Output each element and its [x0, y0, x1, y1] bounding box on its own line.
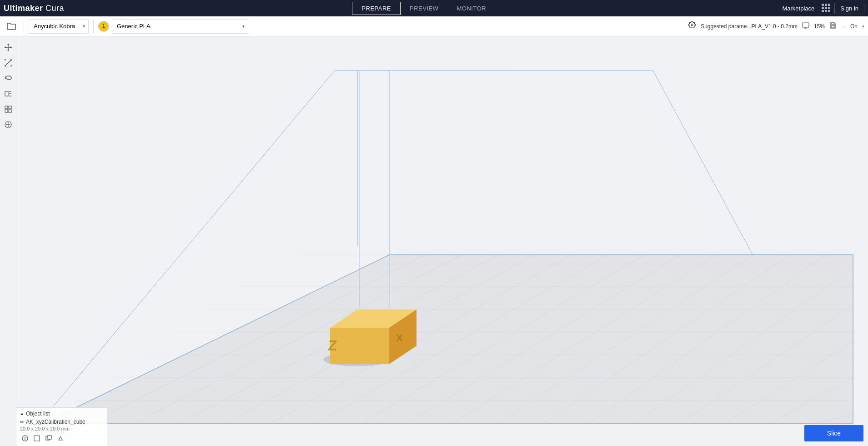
infill-percent: 15% [814, 23, 825, 30]
svg-marker-11 [10, 46, 12, 48]
main-area: Z X ▲ Object list ✏ AK_xyzCalibration_cu… [0, 36, 868, 446]
svg-rect-13 [5, 91, 8, 96]
on-toggle-button[interactable]: On [848, 22, 859, 30]
svg-rect-19 [5, 110, 8, 112]
svg-line-12 [5, 60, 11, 66]
svg-marker-9 [7, 50, 9, 51]
toolbar2: Anycubic Kobra ▾ 1 Generic PLA ▾ Suggest… [0, 16, 868, 36]
object-list-collapse-icon: ▲ [20, 411, 24, 416]
object-name: AK_xyzCalibration_cube [26, 419, 85, 425]
scene-svg: Z X [16, 36, 868, 446]
settings-button[interactable] [686, 20, 698, 33]
object-list-header[interactable]: ▲ Object list [20, 411, 104, 417]
svg-rect-17 [5, 106, 8, 109]
obj-icon-2[interactable] [32, 433, 42, 443]
screen-icon-button[interactable] [800, 20, 811, 32]
separator2 [93, 20, 94, 33]
tab-prepare[interactable]: PREPARE [352, 2, 401, 15]
printer-select-wrapper[interactable]: Anycubic Kobra ▾ [29, 19, 89, 34]
topbar: Ultimaker Cura PREPARE PREVIEW MONITOR M… [0, 0, 868, 16]
object-icons [20, 433, 104, 443]
brand-name: Ultimaker [4, 4, 43, 13]
tab-preview[interactable]: PREVIEW [401, 2, 447, 15]
move-tool[interactable] [2, 41, 15, 54]
svg-rect-18 [9, 106, 11, 109]
svg-rect-73 [48, 436, 51, 439]
tab-monitor[interactable]: MONITOR [448, 2, 496, 15]
app-logo: Ultimaker Cura [4, 4, 64, 13]
svg-point-0 [691, 24, 693, 26]
support-tool[interactable] [2, 118, 15, 131]
trim-tool[interactable] [2, 87, 15, 100]
material-badge: 1 [98, 21, 109, 32]
apps-grid-icon[interactable] [822, 4, 831, 13]
open-folder-button[interactable] [4, 19, 19, 34]
svg-marker-8 [7, 43, 9, 45]
svg-text:X: X [396, 332, 403, 344]
svg-text:Z: Z [327, 337, 338, 354]
product-name2: Cura [45, 4, 64, 13]
left-toolbar [0, 36, 16, 446]
merge-tool[interactable] [2, 103, 15, 116]
marketplace-button[interactable]: Marketplace [778, 3, 818, 14]
edit-icon: ✏ [20, 419, 24, 425]
svg-marker-62 [330, 328, 389, 364]
object-list-title: Object list [26, 411, 50, 417]
object-list-item[interactable]: ✏ AK_xyzCalibration_cube [20, 419, 104, 425]
obj-icon-4[interactable] [55, 433, 65, 443]
profile-label: Suggested parame...PLA_V1.0 - 0.2mm [701, 23, 798, 30]
viewport[interactable]: Z X ▲ Object list ✏ AK_xyzCalibration_cu… [16, 36, 868, 446]
undo-tool[interactable] [2, 72, 15, 85]
obj-icon-3[interactable] [44, 433, 54, 443]
svg-rect-5 [831, 25, 835, 28]
nav-tabs: PREPARE PREVIEW MONITOR [72, 2, 775, 15]
more-options-label: ... [841, 23, 846, 30]
svg-rect-20 [9, 110, 11, 112]
separator [24, 20, 24, 33]
signin-button[interactable]: Sign in [834, 3, 864, 14]
obj-icon-1[interactable] [20, 433, 30, 443]
object-dimensions: 20.0 x 20.0 x 20.0 mm [20, 426, 104, 431]
printer-select[interactable]: Anycubic Kobra [29, 19, 89, 34]
svg-rect-71 [34, 436, 40, 441]
object-list: ▲ Object list ✏ AK_xyzCalibration_cube 2… [16, 407, 107, 446]
save-button[interactable] [828, 20, 838, 32]
material-select[interactable]: Generic PLA [112, 19, 248, 34]
on-caret-icon: ▾ [862, 24, 864, 29]
svg-rect-1 [803, 23, 809, 27]
svg-marker-10 [4, 46, 6, 48]
slice-button[interactable]: Slice [804, 425, 863, 441]
scale-tool[interactable] [2, 56, 15, 69]
toolbar-right: Suggested parame...PLA_V1.0 - 0.2mm 15% … [686, 20, 864, 33]
nav-right: Marketplace Sign in [778, 3, 864, 14]
material-select-wrapper[interactable]: Generic PLA ▾ [112, 19, 248, 34]
